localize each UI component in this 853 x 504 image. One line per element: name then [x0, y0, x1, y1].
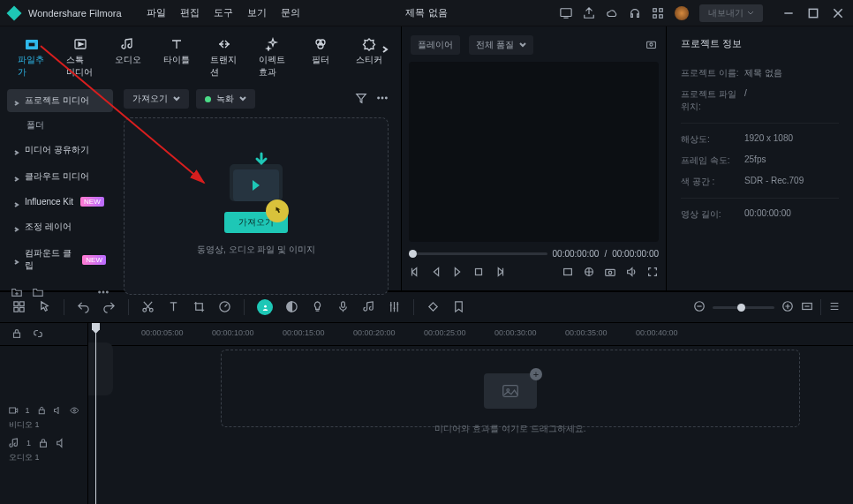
sidebar-item-influence[interactable]: Influence KitNEW	[7, 192, 113, 212]
menu-help[interactable]: 문의	[281, 6, 300, 19]
playback-controls	[409, 262, 659, 283]
monitor-icon[interactable]	[560, 7, 572, 19]
keyframe-icon[interactable]	[426, 300, 440, 315]
share-icon[interactable]	[583, 7, 595, 19]
timecode-current: 00:00:00:00	[553, 249, 600, 259]
playhead[interactable]	[95, 323, 96, 504]
timeline-tracks[interactable]: 00:00:05:00 00:00:10:00 00:00:15:00 00:0…	[88, 323, 853, 504]
tabs-next-icon[interactable]	[378, 42, 392, 56]
mixer-icon[interactable]	[388, 300, 401, 315]
redo-icon[interactable]	[102, 300, 116, 315]
play-back-icon[interactable]	[430, 266, 442, 280]
tab-title[interactable]: 타이틀	[162, 37, 192, 79]
lock-icon[interactable]	[37, 405, 47, 416]
record-dropdown[interactable]: 녹화	[196, 89, 255, 109]
zoom-out-icon[interactable]	[693, 300, 706, 314]
mic-icon[interactable]	[336, 300, 350, 315]
export-button[interactable]: 내보내기	[699, 4, 763, 22]
cut-icon[interactable]	[141, 300, 155, 315]
crop-icon[interactable]	[583, 266, 595, 280]
tab-audio[interactable]: 오디오	[114, 37, 143, 79]
mark-in-icon[interactable]	[562, 266, 574, 280]
video-icon	[9, 405, 19, 416]
sidebar-item-cloud[interactable]: 클라우드 미디어	[7, 165, 113, 188]
zoom-in-icon[interactable]	[781, 300, 794, 314]
undo-icon[interactable]	[77, 300, 90, 315]
more-options-icon[interactable]	[376, 92, 389, 106]
menu-tools[interactable]: 도구	[214, 6, 233, 19]
eye-icon[interactable]	[70, 405, 79, 416]
lock-icon[interactable]	[38, 438, 49, 448]
zoom-slider[interactable]	[713, 306, 774, 309]
preview-screen[interactable]	[409, 62, 659, 242]
drop-hint-text: 동영상, 오디오 파일 및 이미지	[197, 244, 315, 256]
maximize-button[interactable]	[807, 7, 819, 19]
tab-stock[interactable]: 스톡 미디어	[66, 37, 95, 79]
text-tool-icon[interactable]	[167, 300, 180, 315]
play-icon[interactable]	[451, 266, 464, 280]
preview-mode-dropdown[interactable]: 플레이어	[411, 35, 460, 55]
svg-point-45	[507, 389, 510, 392]
track-bump	[88, 342, 113, 395]
camera-icon[interactable]	[604, 266, 616, 280]
tab-filter[interactable]: 필터	[306, 37, 336, 79]
folder-icon[interactable]	[32, 286, 44, 298]
import-dropdown[interactable]: 가져오기	[124, 89, 189, 109]
svg-point-17	[386, 97, 388, 99]
close-button[interactable]	[832, 7, 844, 19]
svg-point-12	[99, 291, 101, 293]
video-track-label: 비디오 1	[0, 419, 87, 430]
apps-icon[interactable]	[652, 7, 664, 19]
marker-icon[interactable]	[452, 300, 465, 315]
sidebar-item-folder[interactable]: 폴더	[7, 116, 113, 135]
new-folder-icon[interactable]	[11, 286, 23, 298]
svg-rect-40	[10, 408, 16, 413]
svg-rect-28	[19, 307, 24, 312]
mute-icon[interactable]	[56, 438, 66, 448]
zoom-fit-icon[interactable]	[801, 300, 813, 314]
sidebar-item-share[interactable]: 미디어 공유하기	[7, 139, 113, 162]
sidebar-item-compound[interactable]: 컴파운드 클립NEW	[7, 242, 113, 277]
headphones-icon[interactable]	[629, 7, 641, 19]
media-drop-area[interactable]: 가져오기 동영상, 오디오 파일 및 이미지	[124, 117, 389, 295]
bulb-icon[interactable]	[311, 300, 324, 315]
timeline-hint: 미디어와 효과를 여기로 드래그하세요.	[434, 423, 585, 435]
tab-import[interactable]: 파일추가	[18, 37, 47, 79]
preview-scrubber[interactable]	[409, 252, 547, 255]
ai-tool-icon[interactable]	[257, 299, 273, 315]
next-frame-icon[interactable]	[494, 266, 506, 280]
speed-icon[interactable]	[218, 300, 231, 315]
list-view-icon[interactable]	[828, 300, 841, 314]
lock-all-icon[interactable]	[11, 327, 23, 342]
filter-icon[interactable]	[355, 92, 367, 106]
tab-effect[interactable]: 이펙트 효과	[259, 37, 288, 79]
prev-frame-icon[interactable]	[409, 266, 421, 280]
link-icon[interactable]	[32, 327, 44, 342]
preview-quality-dropdown[interactable]: 전체 품질	[469, 35, 533, 55]
timeline-drop-area[interactable]: 미디어와 효과를 여기로 드래그하세요.	[221, 350, 800, 427]
select-tool-icon[interactable]	[12, 300, 26, 315]
crop-tool-icon[interactable]	[192, 300, 206, 315]
mute-icon[interactable]	[53, 405, 63, 416]
menu-edit[interactable]: 편집	[180, 6, 200, 19]
snapshot-icon[interactable]	[645, 39, 657, 52]
tab-transition[interactable]: 트랜지션	[210, 37, 239, 79]
svg-rect-7	[28, 42, 35, 47]
more-icon[interactable]	[97, 286, 109, 298]
cloud-icon[interactable]	[606, 7, 618, 19]
menu-view[interactable]: 보기	[247, 6, 267, 19]
color-tool-icon[interactable]	[285, 300, 298, 315]
fullscreen-icon[interactable]	[646, 266, 659, 280]
volume-icon[interactable]	[625, 266, 638, 280]
pointer-icon[interactable]	[38, 300, 51, 315]
menu-file[interactable]: 파일	[147, 6, 166, 19]
avatar[interactable]	[675, 6, 689, 20]
sidebar-item-adjust[interactable]: 조정 레이어	[7, 215, 113, 238]
music-tool-icon[interactable]	[362, 300, 375, 315]
minimize-button[interactable]	[782, 7, 795, 19]
stop-icon[interactable]	[472, 266, 485, 280]
timeline-ruler[interactable]: 00:00:05:00 00:00:10:00 00:00:15:00 00:0…	[88, 323, 853, 346]
sidebar-item-project-media[interactable]: 프로젝트 미디어	[7, 89, 113, 112]
svg-point-24	[608, 271, 612, 275]
timeline-track-headers: 1 비디오 1 1 오디오 1	[0, 323, 88, 504]
